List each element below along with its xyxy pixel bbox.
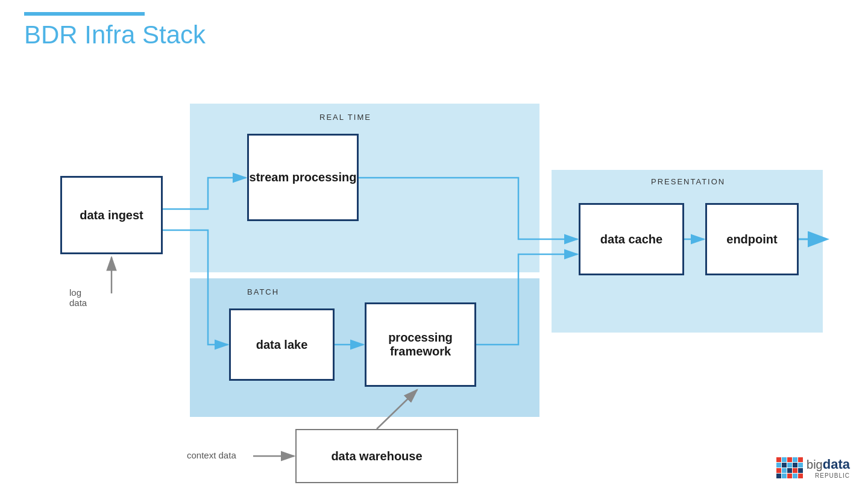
real-time-label: REAL TIME — [319, 113, 371, 122]
page-title: BDR Infra Stack — [24, 20, 844, 49]
title-accent — [24, 12, 145, 16]
data-warehouse-box: data warehouse — [295, 429, 458, 483]
data-ingest-box: data ingest — [60, 176, 163, 254]
stream-processing-box: stream processing — [247, 134, 359, 221]
logo-text: bigdata REPUBLIC — [807, 457, 850, 479]
presentation-label: PRESENTATION — [651, 177, 725, 186]
page-container: BDR Infra Stack REAL TIME BATCH PRESENTA… — [0, 0, 868, 488]
data-cache-box: data cache — [579, 203, 684, 275]
diagram-area: REAL TIME BATCH PRESENTATION — [24, 67, 832, 477]
context-data-label: context data — [187, 450, 236, 460]
processing-framework-box: processing framework — [365, 302, 476, 387]
batch-label: BATCH — [247, 287, 279, 296]
endpoint-box: endpoint — [705, 203, 799, 275]
log-data-label: logdata — [69, 287, 87, 308]
logo-grid-icon — [776, 457, 803, 478]
logo-area: bigdata REPUBLIC — [776, 457, 850, 479]
data-lake-box: data lake — [229, 308, 335, 381]
real-time-section-bg — [190, 104, 539, 272]
